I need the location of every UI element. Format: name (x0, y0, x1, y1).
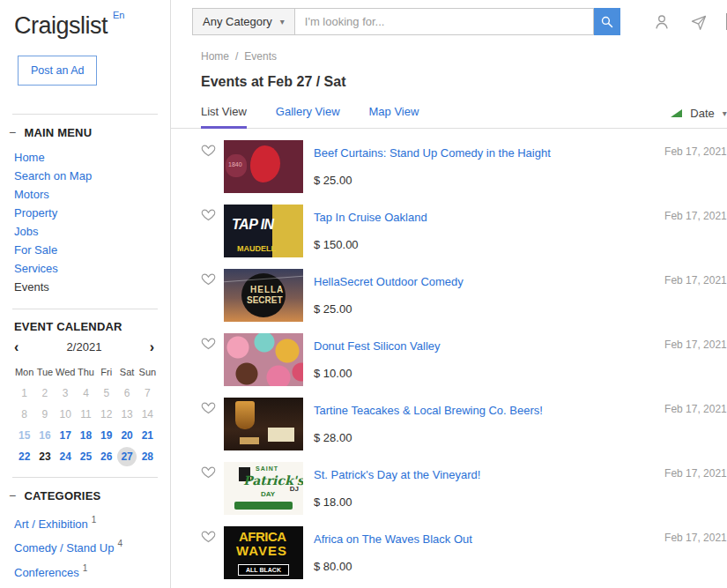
event-price: $ 25.00 (314, 174, 551, 187)
calendar-day-5[interactable]: 5 (96, 383, 116, 403)
thumbnail-text: WAVES (236, 544, 287, 557)
sidebar-item-for-sale[interactable]: For Sale (14, 241, 158, 259)
event-thumbnail[interactable] (224, 333, 303, 386)
calendar-day-8[interactable]: 8 (14, 405, 34, 424)
calendar-day-1[interactable]: 1 (14, 383, 34, 403)
event-title-link[interactable]: Tartine Teacakes & Local Brewing Co. Bee… (314, 404, 543, 417)
collapse-icon[interactable]: − (9, 125, 16, 139)
calendar-day-19[interactable]: 19 (96, 426, 116, 445)
category-dance[interactable]: Dance2 (14, 584, 158, 588)
send-icon[interactable] (690, 13, 708, 31)
tab-map-view[interactable]: Map View (369, 105, 419, 128)
calendar-day-9[interactable]: 9 (34, 405, 55, 424)
event-thumbnail[interactable]: TAP INMAUDELL (224, 205, 303, 257)
calendar-day-18[interactable]: 18 (76, 426, 96, 445)
event-title-link[interactable]: Africa on The Waves Black Out (314, 532, 472, 546)
event-thumbnail[interactable]: 1840 (224, 140, 303, 193)
favorite-heart-icon[interactable] (201, 272, 217, 290)
category-art-exhibition[interactable]: Art / Exhibition1 (14, 511, 158, 535)
calendar-day-14[interactable]: 14 (137, 405, 158, 424)
search-input[interactable] (295, 8, 594, 35)
calendar-day-12[interactable]: 12 (96, 405, 116, 424)
category-dropdown[interactable]: Any Category ▾ (192, 8, 295, 35)
category-count: 1 (83, 563, 88, 573)
tab-list-view[interactable]: List View (201, 105, 247, 129)
sidebar-item-jobs[interactable]: Jobs (14, 222, 158, 241)
calendar-day-17[interactable]: 17 (56, 426, 76, 445)
favorite-heart-icon[interactable] (201, 143, 217, 161)
tab-gallery-view[interactable]: Gallery View (276, 105, 340, 128)
event-date: Feb 17, 2021 (664, 462, 727, 480)
collapse-icon[interactable]: − (9, 488, 16, 502)
calendar-day-3[interactable]: 3 (56, 383, 76, 403)
category-comedy-stand-up[interactable]: Comedy / Stand Up4 (14, 535, 158, 559)
calendar-day-28[interactable]: 28 (137, 447, 158, 466)
categories-header[interactable]: − CATEGORIES (9, 488, 158, 502)
calendar-day-11[interactable]: 11 (76, 405, 96, 424)
sort-label: Date (690, 107, 714, 120)
header-icons: $ (652, 12, 727, 32)
calendar-day-20[interactable]: 20 (116, 426, 137, 445)
breadcrumb-home[interactable]: Home (201, 50, 229, 63)
event-thumbnail[interactable]: AFRICAWAVESALL BLACK (224, 526, 303, 579)
search-icon (599, 14, 614, 29)
event-title-link[interactable]: HellaSecret Outdoor Comedy (314, 275, 464, 288)
event-date: Feb 17, 2021 (664, 526, 727, 544)
language-selector[interactable]: En (113, 10, 124, 20)
calendar-day-26[interactable]: 26 (96, 447, 116, 466)
calendar-day-6[interactable]: 6 (116, 383, 137, 403)
chevron-down-icon: ▾ (280, 17, 285, 26)
sort-control[interactable]: Date ▾ (671, 107, 727, 128)
category-label[interactable]: Conferences (14, 566, 79, 579)
favorite-heart-icon[interactable] (201, 465, 217, 483)
calendar-day-21[interactable]: 21 (137, 426, 158, 445)
calendar-day-2[interactable]: 2 (34, 383, 55, 403)
category-conferences[interactable]: Conferences1 (14, 560, 158, 584)
calendar-day-22[interactable]: 22 (14, 447, 34, 466)
event-title-link[interactable]: Tap In Cruise Oakland (314, 211, 427, 224)
event-info: Beef Curtains: Stand Up Comedy in the Ha… (314, 140, 551, 187)
event-date: Feb 17, 2021 (664, 398, 727, 415)
sidebar-item-home[interactable]: Home (14, 148, 158, 167)
event-title-link[interactable]: Beef Curtains: Stand Up Comedy in the Ha… (314, 146, 551, 160)
event-thumbnail[interactable] (224, 398, 303, 450)
brand-logo[interactable]: Craigslist (14, 12, 108, 39)
category-count: 4 (117, 539, 122, 548)
chevron-down-icon: ▾ (723, 108, 727, 118)
sidebar-item-services[interactable]: Services (14, 259, 158, 278)
sidebar-item-search-on-map[interactable]: Search on Map (14, 167, 158, 185)
tabs-row: List View Gallery View Map View Date ▾ (171, 105, 727, 129)
calendar-day-27[interactable]: 27 (117, 447, 137, 466)
search-button[interactable] (594, 8, 620, 35)
favorite-heart-icon[interactable] (201, 336, 217, 354)
calendar-day-4[interactable]: 4 (76, 383, 96, 403)
calendar-day-header: Tue (34, 362, 55, 382)
calendar-day-25[interactable]: 25 (76, 447, 96, 466)
post-ad-button[interactable]: Post an Ad (18, 56, 97, 86)
event-title-link[interactable]: Donut Fest Silicon Valley (314, 339, 441, 353)
sidebar-item-motors[interactable]: Motors (14, 185, 158, 204)
favorite-heart-icon[interactable] (201, 207, 217, 226)
event-thumbnail[interactable]: HELLASECRET (224, 269, 303, 322)
page: CraigslistEn Post an Ad − MAIN MENU Home… (0, 0, 727, 588)
breadcrumb-events[interactable]: Events (244, 50, 277, 63)
calendar-day-13[interactable]: 13 (116, 405, 137, 424)
event-thumbnail[interactable]: SAINTPatrick'sDAYDJ (224, 462, 303, 515)
calendar-day-24[interactable]: 24 (56, 447, 76, 466)
favorite-heart-icon[interactable] (201, 529, 217, 547)
sidebar-item-events[interactable]: Events (14, 278, 158, 296)
calendar-day-10[interactable]: 10 (56, 405, 76, 424)
calendar-day-7[interactable]: 7 (137, 383, 158, 403)
main-menu-header[interactable]: − MAIN MENU (9, 125, 158, 139)
category-label[interactable]: Art / Exhibition (14, 517, 88, 531)
favorite-heart-icon[interactable] (201, 400, 217, 419)
user-icon[interactable] (652, 12, 671, 32)
event-title-link[interactable]: St. Patrick's Day at the Vineyard! (314, 468, 480, 481)
calendar-prev-button[interactable]: ‹ (14, 341, 19, 354)
calendar-day-15[interactable]: 15 (14, 426, 34, 445)
calendar-day-23[interactable]: 23 (34, 447, 55, 466)
calendar-next-button[interactable]: › (150, 341, 154, 354)
calendar-day-16[interactable]: 16 (34, 426, 55, 445)
category-label[interactable]: Comedy / Stand Up (14, 542, 114, 555)
sidebar-item-property[interactable]: Property (14, 204, 158, 222)
